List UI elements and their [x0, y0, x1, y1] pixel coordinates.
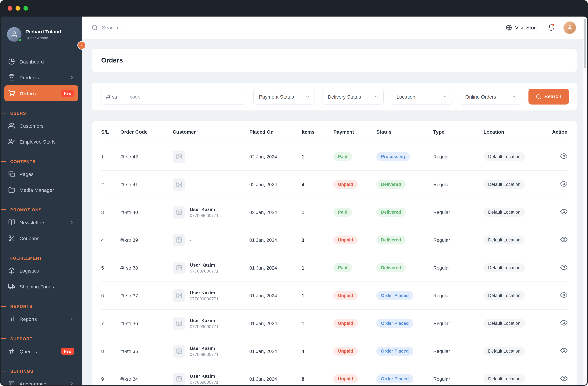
cell-customer: - — [173, 150, 249, 163]
eye-icon[interactable] — [560, 264, 567, 271]
cell-order-code: #t-str:42 — [120, 154, 173, 159]
sidebar-item-employee-staffs[interactable]: Employee Staffs — [4, 134, 78, 150]
payment-badge: Unpaid — [333, 236, 358, 244]
sidebar-item-media-manager[interactable]: Media Manager — [4, 182, 78, 198]
sidebar-item-pages[interactable]: Pages — [4, 166, 78, 182]
payment-badge: Paid — [333, 152, 352, 161]
notifications-button[interactable] — [548, 24, 555, 31]
sidebar-item-appearance[interactable]: Appearance — [4, 376, 78, 385]
col-location: Location — [483, 129, 547, 135]
location-badge: Default Location — [483, 347, 525, 356]
status-badge: Order Placed — [376, 291, 413, 300]
eye-icon[interactable] — [560, 319, 567, 326]
minimize-window-button[interactable] — [16, 6, 20, 11]
sidebar-item-newsletters[interactable]: Newsletters — [4, 214, 78, 230]
payment-badge: Unpaid — [333, 180, 358, 189]
order-code-field: #t-str: — [101, 89, 246, 105]
cell-type: Regular — [433, 376, 483, 382]
bar-chart-icon — [8, 316, 15, 322]
col-sl: S/L — [101, 129, 120, 135]
search-input[interactable] — [102, 25, 241, 31]
col-placed-on: Placed On — [249, 129, 302, 135]
new-badge: New — [61, 348, 74, 355]
cell-placed-on: 01 Jan, 2024 — [249, 237, 302, 243]
eye-icon[interactable] — [560, 236, 567, 243]
customer-avatar — [173, 373, 185, 385]
payment-status-dropdown[interactable]: Payment Status — [253, 89, 315, 105]
customer-avatar — [173, 317, 185, 330]
sidebar-profile[interactable]: Richard Toland Super Admin — [1, 17, 82, 50]
location-dropdown[interactable]: Location — [391, 89, 452, 105]
cell-order-code: #t-str:38 — [120, 265, 173, 270]
new-badge: New — [61, 90, 74, 97]
customer-avatar — [173, 289, 185, 302]
cell-customer: User Kazim 077009000771 — [173, 261, 249, 274]
sidebar-item-reports[interactable]: Reports — [4, 311, 78, 327]
col-customer: Customer — [173, 129, 249, 135]
topbar: Visit Store — [82, 17, 587, 39]
sidebar-collapse-button[interactable] — [77, 41, 86, 50]
bag-icon — [8, 74, 15, 81]
status-badge: Delivered — [376, 208, 406, 217]
image-placeholder-icon — [176, 181, 182, 188]
image-placeholder-icon — [176, 265, 182, 271]
sidebar-item-dashboard[interactable]: Dashboard — [4, 54, 78, 69]
table-row: 6 #t-str:37 User Kazim 077009000771 01 J… — [101, 282, 567, 310]
page-content: Orders #t-str: Payment Status Delivery S — [82, 39, 587, 385]
profile-avatar — [7, 27, 21, 42]
zoom-window-button[interactable] — [23, 6, 28, 11]
dashboard-icon — [8, 58, 15, 65]
cell-customer: User Kazim 077009000771 — [173, 345, 249, 357]
chevron-right-icon — [69, 381, 74, 385]
sidebar-item-label: Media Manager — [20, 187, 74, 193]
eye-icon[interactable] — [560, 347, 567, 354]
sidebar-item-logistics[interactable]: Logistics — [4, 263, 78, 279]
eye-icon[interactable] — [560, 208, 567, 215]
close-window-button[interactable] — [8, 6, 12, 11]
customer-phone: 077009000771 — [190, 296, 219, 301]
scrollbar-thumb[interactable] — [584, 19, 586, 68]
scrollbar[interactable] — [583, 17, 587, 385]
sidebar-section-contents: CONTENTS — [4, 157, 78, 166]
scissors-icon — [8, 235, 15, 241]
orders-table-card: S/L Order Code Customer Placed On Items … — [92, 121, 577, 385]
search-button-label: Search — [544, 94, 561, 100]
eye-icon[interactable] — [560, 375, 567, 382]
sidebar-item-label: Employee Staffs — [20, 139, 74, 144]
globe-icon — [505, 24, 512, 31]
order-code-input[interactable] — [125, 89, 246, 104]
user-menu-avatar[interactable] — [564, 22, 576, 34]
eye-icon[interactable] — [560, 180, 567, 188]
user-check-icon — [8, 138, 15, 145]
cell-items: 1 — [302, 293, 333, 298]
sidebar-item-label: Reports — [20, 316, 64, 322]
location-badge: Default Location — [483, 374, 525, 383]
global-search — [92, 24, 505, 31]
customer-avatar — [173, 234, 185, 246]
sidebar-item-customers[interactable]: Customers — [4, 118, 78, 134]
sidebar-item-label: Coupons — [20, 235, 74, 241]
order-type-dropdown[interactable]: Online Orders — [460, 89, 521, 105]
sidebar-item-label: Dashboard — [20, 59, 74, 64]
search-button[interactable]: Search — [528, 89, 569, 105]
payment-status-dropdown-label: Payment Status — [259, 94, 294, 99]
sidebar-item-orders[interactable]: OrdersNew — [4, 85, 78, 101]
visit-store-button[interactable]: Visit Store — [505, 24, 538, 31]
sidebar-item-label: Pages — [20, 171, 74, 177]
image-placeholder-icon — [176, 237, 182, 243]
sidebar-item-products[interactable]: Products — [4, 69, 78, 85]
layout-icon — [8, 380, 15, 385]
cell-placed-on: 02 Jan, 2024 — [249, 154, 302, 159]
cell-order-code: #t-str:34 — [120, 376, 173, 382]
sidebar-section-fulfillment: FULFILLMENT — [4, 253, 78, 263]
eye-icon[interactable] — [560, 152, 567, 160]
cell-items: 8 — [302, 376, 333, 382]
eye-icon[interactable] — [560, 291, 567, 299]
cell-sl: 5 — [101, 265, 120, 270]
sidebar-item-queries[interactable]: QueriesNew — [4, 343, 78, 359]
cell-order-code: #t-str:41 — [120, 182, 173, 187]
delivery-status-dropdown[interactable]: Delivery Status — [322, 89, 384, 105]
cell-sl: 6 — [101, 293, 120, 298]
sidebar-item-shipping-zones[interactable]: Shipping Zones — [4, 279, 78, 294]
sidebar-item-coupons[interactable]: Coupons — [4, 230, 78, 246]
